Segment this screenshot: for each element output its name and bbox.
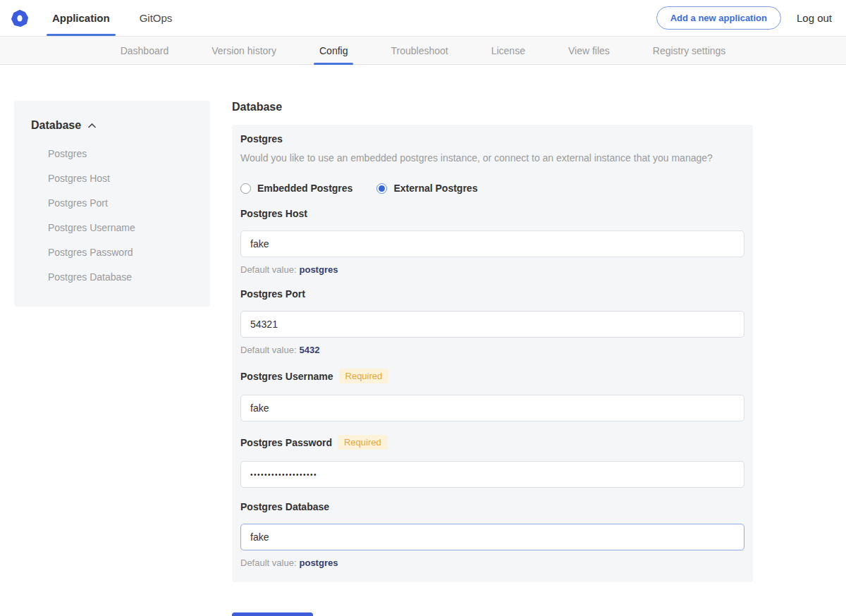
field-postgres-port: Postgres Port Default value:5432: [240, 288, 744, 355]
sidebar-item-postgres-port[interactable]: Postgres Port: [31, 191, 196, 216]
default-value: postgres: [300, 264, 338, 275]
postgres-username-label: Postgres Username: [240, 371, 333, 382]
sidebar-item-postgres-database[interactable]: Postgres Database: [31, 265, 196, 290]
app-subnav: Dashboard Version history Config Trouble…: [0, 37, 846, 65]
postgres-host-input[interactable]: [240, 230, 744, 257]
logout-link[interactable]: Log out: [797, 12, 832, 24]
field-postgres-host: Postgres Host Default value:postgres: [240, 208, 744, 275]
subnav-dashboard[interactable]: Dashboard: [119, 37, 171, 64]
default-prefix: Default value:: [240, 345, 297, 355]
field-postgres-username: Postgres Username Required: [240, 369, 744, 421]
subnav-view-files[interactable]: View files: [567, 37, 611, 64]
sidebar-item-postgres-password[interactable]: Postgres Password: [31, 240, 196, 265]
page-title: Database: [232, 101, 753, 113]
subnav-config[interactable]: Config: [318, 37, 349, 64]
field-postgres-database: Postgres Database Default value:postgres: [240, 501, 744, 568]
app-logo[interactable]: [6, 10, 34, 27]
postgres-port-input[interactable]: [240, 311, 744, 338]
postgres-database-default: Default value:postgres: [240, 558, 744, 568]
postgres-database-input[interactable]: [240, 524, 744, 550]
sidebar-group-database-label: Database: [31, 119, 81, 132]
default-prefix: Default value:: [240, 558, 297, 568]
postgres-username-input[interactable]: [240, 395, 744, 421]
database-config-card: Postgres Would you like to use an embedd…: [232, 125, 753, 582]
subnav-registry-settings[interactable]: Registry settings: [651, 37, 727, 64]
sidebar-group-database[interactable]: Database: [31, 119, 196, 132]
postgres-host-default: Default value:postgres: [240, 264, 744, 275]
sidebar-item-postgres-username[interactable]: Postgres Username: [31, 216, 196, 240]
sidebar-item-postgres-host[interactable]: Postgres Host: [31, 166, 196, 191]
radio-external-postgres-label: External Postgres: [393, 183, 477, 194]
subnav-version-history[interactable]: Version history: [210, 37, 278, 64]
top-nav: Application GitOps Add a new application…: [0, 0, 846, 37]
top-nav-tabs: Application GitOps: [49, 0, 199, 36]
postgres-database-label: Postgres Database: [240, 501, 329, 512]
top-nav-right: Add a new application Log out: [656, 6, 832, 30]
save-config-button[interactable]: Save config: [232, 612, 313, 616]
postgres-group-help: Would you like to use an embedded postgr…: [240, 152, 744, 164]
default-value: postgres: [300, 558, 338, 568]
tab-application[interactable]: Application: [49, 0, 113, 36]
required-badge: Required: [338, 435, 388, 450]
add-new-application-button[interactable]: Add a new application: [656, 6, 781, 30]
postgres-group-label: Postgres: [240, 133, 744, 144]
config-main: Database Postgres Would you like to use …: [232, 101, 753, 616]
postgres-port-default: Default value:5432: [240, 345, 744, 355]
config-page: Database Postgres Postgres Host Postgres…: [0, 65, 846, 616]
tab-application-label: Application: [52, 12, 110, 24]
radio-checked-icon: [376, 183, 387, 194]
radio-embedded-postgres[interactable]: Embedded Postgres: [240, 183, 352, 194]
subnav-license[interactable]: License: [490, 37, 527, 64]
postgres-host-label: Postgres Host: [240, 208, 307, 219]
default-value: 5432: [300, 345, 320, 355]
sidebar-item-postgres[interactable]: Postgres: [31, 142, 196, 166]
postgres-password-label: Postgres Password: [240, 437, 332, 448]
config-sidebar: Database Postgres Postgres Host Postgres…: [14, 101, 210, 307]
field-postgres-password: Postgres Password Required: [240, 435, 744, 488]
logo-icon: [11, 10, 28, 27]
radio-embedded-postgres-label: Embedded Postgres: [257, 183, 352, 194]
default-prefix: Default value:: [240, 264, 297, 275]
tab-gitops[interactable]: GitOps: [137, 0, 176, 36]
postgres-password-input[interactable]: [240, 461, 744, 488]
radio-unchecked-icon: [240, 183, 251, 194]
radio-external-postgres[interactable]: External Postgres: [376, 183, 477, 194]
chevron-up-icon: [87, 123, 97, 129]
postgres-radio-group: Embedded Postgres External Postgres: [240, 183, 744, 194]
required-badge: Required: [339, 369, 389, 383]
postgres-port-label: Postgres Port: [240, 288, 305, 300]
subnav-troubleshoot[interactable]: Troubleshoot: [389, 37, 449, 64]
tab-gitops-label: GitOps: [140, 12, 173, 24]
